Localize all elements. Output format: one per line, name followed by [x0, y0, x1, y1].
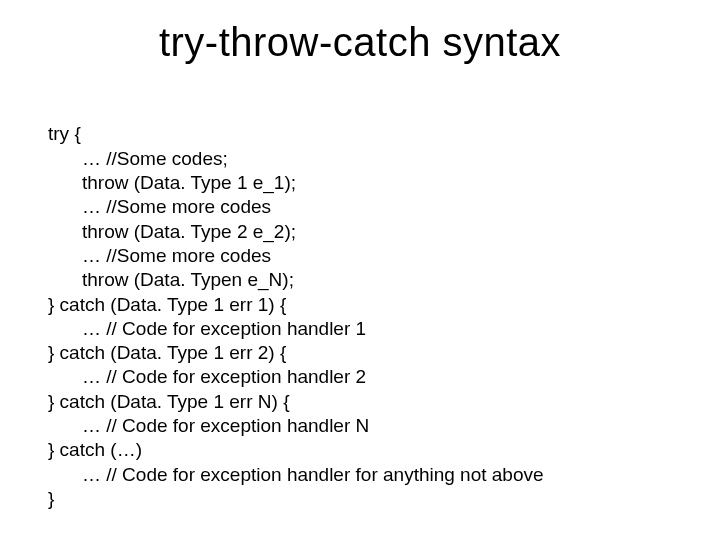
code-line: … //Some codes;	[82, 148, 228, 169]
code-line: … // Code for exception handler 1	[82, 318, 366, 339]
slide: try-throw-catch syntax try { … //Some co…	[0, 0, 720, 540]
code-line: … //Some more codes	[82, 245, 271, 266]
slide-title: try-throw-catch syntax	[0, 20, 720, 65]
code-line: … //Some more codes	[82, 196, 271, 217]
code-line: } catch (Data. Type 1 err 2) {	[48, 342, 286, 363]
code-line: try {	[48, 123, 81, 144]
code-line: throw (Data. Type 2 e_2);	[82, 221, 296, 242]
code-line: … // Code for exception handler for anyt…	[82, 464, 544, 485]
code-line: } catch (Data. Type 1 err 1) {	[48, 294, 286, 315]
code-line: } catch (Data. Type 1 err N) {	[48, 391, 289, 412]
code-line: throw (Data. Typen e_N);	[82, 269, 294, 290]
code-line: … // Code for exception handler N	[82, 415, 369, 436]
code-line: } catch (…)	[48, 439, 142, 460]
code-line: throw (Data. Type 1 e_1);	[82, 172, 296, 193]
code-block: try { … //Some codes; throw (Data. Type …	[48, 98, 688, 536]
code-line: }	[48, 488, 54, 509]
code-line: … // Code for exception handler 2	[82, 366, 366, 387]
